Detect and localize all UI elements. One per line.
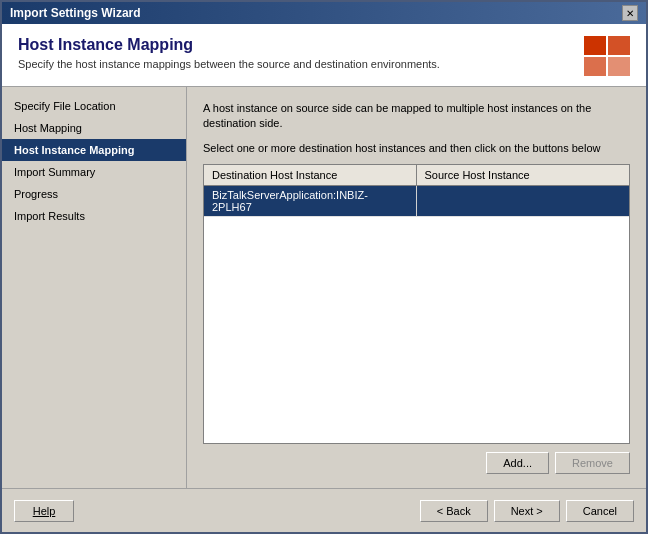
content-description: A host instance on source side can be ma… bbox=[203, 101, 630, 132]
table-cell-source bbox=[417, 186, 630, 216]
header: Host Instance Mapping Specify the host i… bbox=[2, 24, 646, 87]
page-title: Host Instance Mapping bbox=[18, 36, 440, 54]
logo-square-3 bbox=[584, 57, 606, 76]
content-instruction: Select one or more destination host inst… bbox=[203, 142, 630, 154]
page-description: Specify the host instance mappings betwe… bbox=[18, 58, 440, 70]
footer-left: Help bbox=[14, 500, 74, 522]
table-body: BizTalkServerApplication:INBIZ-2PLH67 bbox=[204, 186, 629, 443]
footer-right: < Back Next > Cancel bbox=[420, 500, 634, 522]
logo-square-4 bbox=[608, 57, 630, 76]
sidebar-item-import-results[interactable]: Import Results bbox=[2, 205, 186, 227]
window-title: Import Settings Wizard bbox=[10, 6, 141, 20]
table-action-buttons: Add... Remove bbox=[203, 452, 630, 474]
main-content: Specify File Location Host Mapping Host … bbox=[2, 87, 646, 488]
sidebar-item-progress[interactable]: Progress bbox=[2, 183, 186, 205]
title-bar: Import Settings Wizard ✕ bbox=[2, 2, 646, 24]
table-row[interactable]: BizTalkServerApplication:INBIZ-2PLH67 bbox=[204, 186, 629, 217]
footer: Help < Back Next > Cancel bbox=[2, 488, 646, 532]
col-destination: Destination Host Instance bbox=[204, 165, 417, 185]
sidebar: Specify File Location Host Mapping Host … bbox=[2, 87, 187, 488]
next-button[interactable]: Next > bbox=[494, 500, 560, 522]
close-button[interactable]: ✕ bbox=[622, 5, 638, 21]
remove-button[interactable]: Remove bbox=[555, 452, 630, 474]
wizard-window: Import Settings Wizard ✕ Host Instance M… bbox=[0, 0, 648, 534]
sidebar-item-host-instance-mapping[interactable]: Host Instance Mapping bbox=[2, 139, 186, 161]
logo-square-2 bbox=[608, 36, 630, 55]
logo-square-1 bbox=[584, 36, 606, 55]
table-header: Destination Host Instance Source Host In… bbox=[204, 165, 629, 186]
add-button[interactable]: Add... bbox=[486, 452, 549, 474]
sidebar-item-import-summary[interactable]: Import Summary bbox=[2, 161, 186, 183]
header-text: Host Instance Mapping Specify the host i… bbox=[18, 36, 440, 70]
col-source: Source Host Instance bbox=[417, 165, 630, 185]
back-button[interactable]: < Back bbox=[420, 500, 488, 522]
help-button[interactable]: Help bbox=[14, 500, 74, 522]
cancel-button[interactable]: Cancel bbox=[566, 500, 634, 522]
sidebar-item-specify-file-location[interactable]: Specify File Location bbox=[2, 95, 186, 117]
logo-icon bbox=[584, 36, 630, 76]
sidebar-item-host-mapping[interactable]: Host Mapping bbox=[2, 117, 186, 139]
content-area: A host instance on source side can be ma… bbox=[187, 87, 646, 488]
host-instance-table[interactable]: Destination Host Instance Source Host In… bbox=[203, 164, 630, 444]
table-cell-destination: BizTalkServerApplication:INBIZ-2PLH67 bbox=[204, 186, 417, 216]
